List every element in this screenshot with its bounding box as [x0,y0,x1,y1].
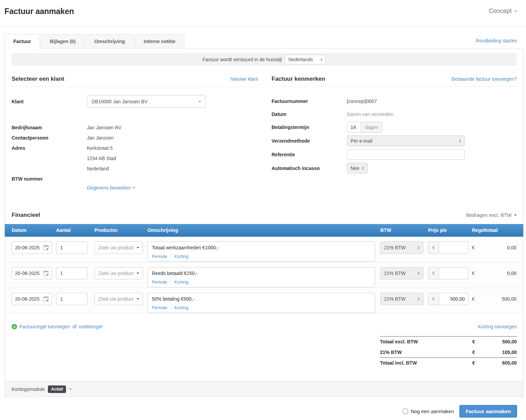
incasso-select[interactable]: Nee [347,163,368,173]
referentie-input[interactable] [347,149,465,160]
create-invoice-button[interactable]: Factuur aanmaken [459,405,517,418]
price-input[interactable] [439,241,469,254]
total-excl-value: 500,00 [502,339,517,344]
tab-bijlagen[interactable]: Bijlagen (0) [41,34,84,49]
customer-select[interactable]: DB10000 Jan Janssen BV [87,95,206,108]
total-incl-row: Totaal incl. BTW € 605,00 [380,357,517,368]
price-input[interactable] [439,267,469,279]
col-omschrijving: Omschrijving [147,227,380,233]
line-total-value: 0,00 [507,271,516,276]
edit-customer-link[interactable]: Gegevens bewerken [87,185,135,191]
description-box: Periode Korting [147,293,375,313]
date-input[interactable]: 20-06-2025 [12,241,52,254]
datum-row: Datum Datum van verzenden [272,111,517,118]
language-select[interactable]: Nederlands [285,55,326,64]
total-excl-row: Totaal excl. BTW € 500,00 [380,336,517,347]
tabs-row: Factuur Bijlagen (0) Omschrijving Intern… [0,34,526,48]
col-productnr: Productnr. [94,227,147,233]
divider [171,305,171,310]
existing-invoice-link[interactable]: Bestaande factuur toevoegen? [451,76,517,82]
create-another-checkbox[interactable] [403,409,408,414]
adres-row3: Nederland [12,165,258,172]
invoice-properties-section: Factuur kenmerken Bestaande factuur toev… [272,76,517,191]
btw-select[interactable]: 21% BTW [380,241,423,254]
price-input-group: € [428,267,469,279]
header-divider [0,27,526,27]
btw-total-value: 105,00 [502,350,517,355]
date-input[interactable]: 20-06-2025 [12,267,52,279]
calendar-icon[interactable] [43,297,49,302]
add-invoice-line-link[interactable]: Factuurregel toevoegen [19,324,70,329]
btw-select[interactable]: 21% BTW [380,267,423,279]
product-placeholder: Zoek uw product [98,245,134,250]
verzendmethode-row: Verzendmethode Per e-mail [272,135,517,146]
korting-link[interactable]: Korting [174,279,188,285]
calendar-icon[interactable] [43,245,49,250]
tab-omschrijving[interactable]: Omschrijving [86,34,134,49]
invoice-panel: Factuur wordt verstuurd in de huisstijl … [4,48,524,397]
periode-link[interactable]: Periode [152,279,167,285]
or-text: of [73,324,77,329]
quantity-input[interactable] [56,293,88,305]
create-another-option[interactable]: Nog een aanmaken [403,409,454,414]
date-input[interactable]: 20-06-2025 [12,293,52,305]
contactpersoon-value: Jan Janssen [87,134,114,141]
customer-select-value: DB10000 Jan Janssen BV [92,99,147,104]
updown-spinner-icon [418,297,420,301]
tab-interne-notitie[interactable]: Interne notitie [135,34,184,49]
new-customer-link[interactable]: Nieuwe klant [231,76,258,82]
customer-heading: Selecteer een klant [12,76,64,82]
total-incl-value: 605,00 [502,360,517,366]
bedrijfsnaam-row: Bedrijfsnaam Jan Janssen BV [12,124,258,131]
currency-symbol: € [472,271,475,276]
currency-addon: € [428,267,439,279]
invoice-create-page: Factuur aanmaken Concept Factuur Bijlage… [0,0,526,420]
chevron-down-icon [514,11,517,12]
section-divider [12,87,258,87]
currency-symbol: € [472,360,475,366]
btw-select[interactable]: 21% BTW [380,293,423,305]
product-select[interactable]: Zoek uw product [94,293,143,305]
quantity-input[interactable] [56,241,88,254]
currency-symbol: € [472,296,475,302]
price-input[interactable] [439,293,469,305]
description-input[interactable] [148,242,375,253]
periode-link[interactable]: Periode [152,254,167,259]
caret-down-icon[interactable] [69,389,72,390]
adres-row2: 1234 AB Stad [12,155,258,162]
product-select[interactable]: Zoek uw product [94,267,143,279]
tour-link[interactable]: Rondleiding starten [476,38,517,48]
quantity-input[interactable] [56,267,88,279]
invoice-properties-heading: Factuur kenmerken [272,76,325,82]
factuurnummer-label: Factuurnummer [272,98,347,105]
product-placeholder: Zoek uw product [98,296,134,302]
periode-link[interactable]: Periode [152,305,167,310]
currency-addon: € [428,241,439,254]
tab-factuur[interactable]: Factuur [4,34,40,49]
divider [171,254,171,259]
betalingstermijn-input[interactable] [347,122,361,132]
description-input[interactable] [148,293,375,304]
betalingstermijn-group: dagen [347,122,382,133]
status-dropdown[interactable]: Concept [489,8,517,15]
updown-spinner-icon [362,167,364,170]
verzendmethode-value: Per e-mail [351,138,372,144]
col-btw: BTW [380,227,428,233]
betalingstermijn-label: Betalingstermijn [272,124,347,131]
caret-down-icon [136,298,139,300]
add-discount-link[interactable]: Korting toevoegen [478,324,517,329]
korting-link[interactable]: Korting [174,305,188,310]
amounts-toggle-dropdown[interactable]: Bedragen excl. BTW [466,212,517,218]
section-divider [272,87,517,87]
discount-module-bar: Kortingsmodule Actief [5,381,523,397]
description-input[interactable] [148,267,375,279]
verzendmethode-select[interactable]: Per e-mail [347,135,465,146]
discount-module-label: Kortingsmodule [12,386,45,392]
add-note-line-link[interactable]: notitieregel [79,324,103,329]
plus-icon[interactable]: + [12,324,17,329]
product-select[interactable]: Zoek uw product [94,241,143,254]
language-value: Nederlands [288,57,313,62]
korting-link[interactable]: Korting [174,254,188,259]
btw-value: 21% BTW [384,271,406,276]
calendar-icon[interactable] [43,271,49,276]
